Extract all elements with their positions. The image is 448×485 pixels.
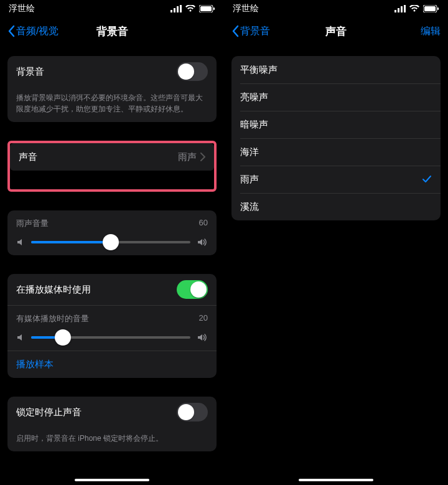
edit-button[interactable]: 编辑 xyxy=(421,25,441,38)
sound-option[interactable]: 暗噪声 xyxy=(231,111,441,138)
option-label: 雨声 xyxy=(240,174,422,186)
sound-option[interactable]: 亮噪声 xyxy=(231,83,441,111)
svg-rect-7 xyxy=(394,10,396,12)
svg-rect-6 xyxy=(213,7,215,10)
left-screen: 浮世绘 音频/视觉 背景音 背景音 播放背景噪声以消弭不必要的环境杂音。这些声音… xyxy=(0,0,224,485)
row-sound[interactable]: 声音 雨声 xyxy=(10,143,214,171)
row-rain-volume: 雨声音量 60 xyxy=(7,210,217,255)
sound-option[interactable]: 平衡噪声 xyxy=(231,56,441,83)
group-volume: 雨声音量 60 xyxy=(7,210,217,255)
svg-rect-0 xyxy=(170,10,172,12)
svg-rect-10 xyxy=(404,5,406,12)
volume-slider[interactable] xyxy=(31,241,190,243)
chevron-left-icon xyxy=(7,25,15,37)
home-indicator[interactable] xyxy=(299,479,373,481)
play-sample-button[interactable]: 播放样本 xyxy=(7,351,217,378)
home-indicator[interactable] xyxy=(75,479,149,481)
volume-high-icon xyxy=(197,333,208,342)
sound-options-list: 平衡噪声亮噪声暗噪声海洋雨声溪流 xyxy=(231,56,441,220)
row-media-volume: 有媒体播放时的音量 20 xyxy=(7,305,217,351)
volume-low-icon xyxy=(16,333,25,342)
media-volume-slider[interactable] xyxy=(31,336,190,339)
chevron-right-icon xyxy=(200,153,205,161)
status-icons xyxy=(394,5,439,12)
svg-rect-5 xyxy=(200,6,212,11)
right-screen: 浮世绘 背景音 声音 编辑 平衡噪声亮噪声暗噪声海洋雨声溪流 xyxy=(224,0,448,485)
row-label: 在播放媒体时使用 xyxy=(16,284,177,296)
volume-high-icon xyxy=(197,238,208,247)
carrier-label: 浮世绘 xyxy=(233,3,259,14)
footer-text: 播放背景噪声以消弭不必要的环境杂音。这些声音可最大限度地减少干扰，助您更加专注、… xyxy=(7,87,217,122)
wifi-icon xyxy=(185,5,195,12)
group-lock: 锁定时停止声音 启用时，背景音在 iPhone 锁定时将会停止。 xyxy=(7,397,217,451)
content: 平衡噪声亮噪声暗噪声海洋雨声溪流 xyxy=(224,45,448,485)
signal-icon xyxy=(394,5,406,12)
slider-value: 20 xyxy=(199,313,208,324)
row-label: 锁定时停止声音 xyxy=(16,407,177,418)
check-icon xyxy=(422,174,432,184)
sound-option[interactable]: 海洋 xyxy=(231,138,441,166)
svg-rect-2 xyxy=(177,6,179,12)
slider-label: 有媒体播放时的音量 xyxy=(16,313,89,324)
footer-text: 启用时，背景音在 iPhone 锁定时将会停止。 xyxy=(7,428,217,451)
sound-option[interactable]: 雨声 xyxy=(231,166,441,193)
carrier-label: 浮世绘 xyxy=(9,3,35,14)
option-label: 暗噪声 xyxy=(240,119,432,131)
slider-value: 60 xyxy=(199,218,208,229)
row-detail: 雨声 xyxy=(178,151,197,163)
row-background-sound[interactable]: 背景音 xyxy=(7,56,217,87)
group-background-sound: 背景音 播放背景噪声以消弭不必要的环境杂音。这些声音可最大限度地减少干扰，助您更… xyxy=(7,56,217,122)
status-bar: 浮世绘 xyxy=(0,0,224,17)
row-stop-when-locked[interactable]: 锁定时停止声音 xyxy=(7,397,217,428)
svg-rect-12 xyxy=(424,6,436,11)
option-label: 平衡噪声 xyxy=(240,64,432,76)
svg-rect-1 xyxy=(174,8,175,12)
group-media: 在播放媒体时使用 有媒体播放时的音量 20 播放样本 xyxy=(7,274,217,378)
toggle-use-when-media[interactable] xyxy=(177,280,208,299)
highlight-box: 声音 雨声 xyxy=(7,141,217,192)
slider-label: 雨声音量 xyxy=(16,218,49,229)
nav-bar: 音频/视觉 背景音 xyxy=(0,17,224,45)
row-label: 声音 xyxy=(19,151,178,163)
toggle-background-sound[interactable] xyxy=(177,62,208,81)
option-label: 溪流 xyxy=(240,201,432,213)
row-label: 背景音 xyxy=(16,66,177,78)
back-button[interactable]: 音频/视觉 xyxy=(7,25,58,38)
toggle-stop-when-locked[interactable] xyxy=(177,403,208,421)
back-label: 背景音 xyxy=(240,25,270,38)
battery-icon xyxy=(423,5,439,12)
nav-bar: 背景音 声音 编辑 xyxy=(224,17,448,45)
signal-icon xyxy=(170,5,182,12)
row-use-when-media[interactable]: 在播放媒体时使用 xyxy=(7,274,217,305)
chevron-left-icon xyxy=(231,25,239,37)
svg-rect-8 xyxy=(398,8,399,12)
content: 背景音 播放背景噪声以消弭不必要的环境杂音。这些声音可最大限度地减少干扰，助您更… xyxy=(0,45,224,485)
back-button[interactable]: 背景音 xyxy=(231,25,270,38)
status-icons xyxy=(170,5,215,12)
back-label: 音频/视觉 xyxy=(16,25,58,38)
svg-rect-9 xyxy=(401,6,403,12)
wifi-icon xyxy=(409,5,419,12)
option-label: 亮噪声 xyxy=(240,92,432,103)
volume-low-icon xyxy=(16,238,25,247)
sound-option[interactable]: 溪流 xyxy=(231,193,441,220)
option-label: 海洋 xyxy=(240,146,432,158)
status-bar: 浮世绘 xyxy=(224,0,448,17)
svg-rect-13 xyxy=(437,7,439,10)
svg-rect-3 xyxy=(180,5,182,12)
battery-icon xyxy=(199,5,215,12)
